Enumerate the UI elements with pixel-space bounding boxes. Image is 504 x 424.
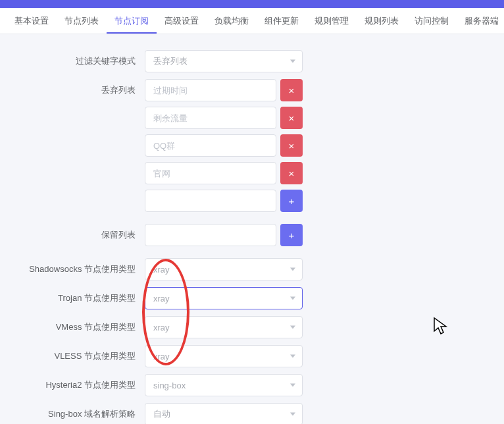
singbox-dns-label: Sing-box 域名解析策略 [0, 403, 145, 420]
vless-node-type-value: xray [153, 352, 170, 361]
close-icon: × [289, 85, 295, 96]
chevron-down-icon [290, 268, 295, 271]
remove-button[interactable]: × [280, 162, 303, 184]
tab-load-balance[interactable]: 负载均衡 [207, 8, 257, 34]
filter-mode-label: 过滤关键字模式 [0, 50, 145, 67]
hysteria2-node-type-select[interactable]: sing-box [145, 374, 303, 396]
trojan-node-type-label: Trojan 节点使用类型 [0, 287, 145, 304]
discard-input-0[interactable] [145, 79, 276, 101]
tab-component-update[interactable]: 组件更新 [257, 8, 307, 34]
chevron-down-icon [290, 326, 295, 329]
plus-icon: + [289, 196, 295, 207]
tab-server[interactable]: 服务器端 [457, 8, 504, 34]
tabs-bar: 基本设置 节点列表 节点订阅 高级设置 负载均衡 组件更新 规则管理 规则列表 … [0, 8, 504, 34]
filter-mode-select[interactable]: 丢弃列表 [145, 50, 303, 72]
ss-node-type-value: xray [153, 265, 170, 275]
remove-button[interactable]: × [280, 134, 303, 157]
chevron-down-icon [290, 384, 295, 387]
header-accent [0, 0, 504, 8]
remove-button[interactable]: × [280, 107, 303, 129]
hysteria2-node-type-label: Hysteria2 节点使用类型 [0, 374, 145, 391]
chevron-down-icon [290, 297, 295, 300]
tab-rule-manage[interactable]: 规则管理 [307, 8, 357, 34]
filter-mode-value: 丢弃列表 [153, 55, 188, 67]
add-button[interactable]: + [280, 190, 303, 212]
hysteria2-node-type-value: sing-box [153, 381, 186, 390]
discard-list-label: 丢弃列表 [0, 79, 145, 96]
chevron-down-icon [290, 355, 295, 358]
discard-input-2[interactable] [145, 134, 276, 157]
singbox-dns-value: 自动 [153, 408, 170, 420]
vmess-node-type-select[interactable]: xray [145, 316, 303, 338]
tab-node-list[interactable]: 节点列表 [57, 8, 107, 34]
ss-node-type-select[interactable]: xray [145, 258, 303, 280]
tab-access-control[interactable]: 访问控制 [407, 8, 457, 34]
tab-basic-settings[interactable]: 基本设置 [7, 8, 57, 34]
plus-icon: + [289, 230, 295, 241]
discard-input-3[interactable] [145, 162, 276, 184]
trojan-node-type-value: xray [153, 294, 170, 304]
vmess-node-type-label: VMess 节点使用类型 [0, 316, 145, 333]
close-icon: × [289, 168, 295, 179]
tab-node-subscribe[interactable]: 节点订阅 [107, 8, 157, 34]
vmess-node-type-value: xray [153, 323, 170, 332]
close-icon: × [289, 113, 295, 124]
discard-input-4[interactable] [145, 190, 276, 212]
vless-node-type-select[interactable]: xray [145, 345, 303, 367]
remove-button[interactable]: × [280, 79, 303, 101]
discard-input-1[interactable] [145, 107, 276, 129]
tab-advanced[interactable]: 高级设置 [157, 8, 207, 34]
keep-input-0[interactable] [145, 224, 276, 246]
add-button[interactable]: + [280, 224, 303, 246]
chevron-down-icon [290, 60, 295, 63]
singbox-dns-select[interactable]: 自动 [145, 403, 303, 424]
trojan-node-type-select[interactable]: xray [145, 287, 303, 309]
ss-node-type-label: Shadowsocks 节点使用类型 [0, 258, 145, 275]
keep-list-label: 保留列表 [0, 224, 145, 241]
form-content: 过滤关键字模式 丢弃列表 丢弃列表 × × × × [0, 34, 504, 424]
tab-rule-list[interactable]: 规则列表 [357, 8, 407, 34]
vless-node-type-label: VLESS 节点使用类型 [0, 345, 145, 362]
chevron-down-icon [290, 413, 295, 416]
close-icon: × [289, 140, 295, 151]
